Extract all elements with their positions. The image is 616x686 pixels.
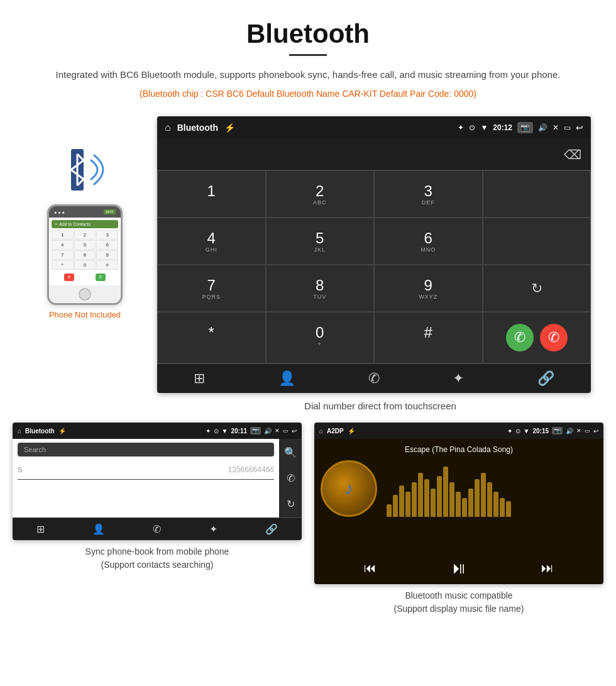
viz-bar bbox=[399, 485, 404, 517]
nav-phone-icon[interactable]: ✆ bbox=[368, 370, 380, 387]
dial-key-6[interactable]: 6MNO bbox=[374, 218, 483, 265]
pb-win-icon[interactable]: ▭ bbox=[283, 428, 289, 434]
phone-screen: +Add to Contacts 1 2 3 4 5 6 7 8 9 * 0 # bbox=[49, 218, 121, 285]
phone-key-0[interactable]: 0 bbox=[74, 260, 96, 270]
prev-track-button[interactable]: ⏮ bbox=[364, 561, 377, 575]
dialpad-display: ⌫ bbox=[157, 139, 591, 170]
pb-app-name: Bluetooth bbox=[25, 428, 55, 434]
mu-bt-icon: ✦ bbox=[507, 428, 512, 434]
phone-key-6[interactable]: 6 bbox=[96, 240, 118, 250]
pb-nav-bt-icon[interactable]: ✦ bbox=[209, 523, 217, 535]
pb-vol-icon[interactable]: 🔊 bbox=[264, 428, 272, 434]
pb-nav-phone-icon[interactable]: ✆ bbox=[153, 523, 161, 535]
pb-close-icon[interactable]: ✕ bbox=[275, 428, 280, 434]
pb-nav-link-icon[interactable]: 🔗 bbox=[265, 523, 278, 535]
phone-key-star[interactable]: * bbox=[52, 260, 74, 270]
search-side-icon[interactable]: 🔍 bbox=[284, 446, 297, 458]
mu-home-icon[interactable]: ⌂ bbox=[319, 428, 323, 434]
phone-key-hash[interactable]: # bbox=[96, 260, 118, 270]
music-body: ♪ bbox=[321, 460, 597, 517]
viz-bar bbox=[468, 489, 473, 517]
phone-key-8[interactable]: 8 bbox=[74, 250, 96, 260]
nav-person-icon[interactable]: 👤 bbox=[278, 370, 295, 387]
dial-key-hash[interactable]: # bbox=[374, 312, 483, 363]
green-call-button[interactable]: ✆ bbox=[506, 324, 534, 351]
dial-key-8[interactable]: 8TUV bbox=[266, 265, 375, 312]
phonebook-item[interactable]: S Seicane 13566664466 bbox=[18, 460, 274, 480]
mu-cam-icon[interactable]: 📷 bbox=[552, 427, 563, 434]
mu-app-name: A2DP bbox=[327, 428, 344, 434]
reload-side-icon[interactable]: ↻ bbox=[287, 498, 295, 510]
home-icon[interactable]: ⌂ bbox=[165, 122, 171, 133]
dial-key-7[interactable]: 7PQRS bbox=[157, 265, 266, 312]
play-pause-button[interactable]: ⏯ bbox=[451, 558, 467, 578]
phone-key-3[interactable]: 3 bbox=[96, 230, 118, 240]
music-screen-wrapper: ⌂ A2DP ⚡ ✦ ⊙ ▼ 20:15 📷 🔊 ✕ ▭ ↩ bbox=[314, 423, 603, 618]
mu-back-icon[interactable]: ↩ bbox=[593, 428, 598, 434]
phone-not-included-label: Phone Not Included bbox=[49, 310, 121, 319]
nav-link-icon[interactable]: 🔗 bbox=[537, 370, 554, 387]
main-statusbar: ⌂ Bluetooth ⚡ ✦ ⊙ ▼ 20:12 📷 🔊 ✕ ▭ ↩ bbox=[157, 116, 591, 139]
music-content: Escape (The Pina Colada Song) ♪ bbox=[314, 439, 603, 552]
phone-key-2[interactable]: 2 bbox=[74, 230, 96, 240]
search-bar[interactable]: Search bbox=[18, 443, 274, 456]
dial-key-star[interactable]: * bbox=[157, 312, 266, 363]
viz-bar bbox=[393, 495, 398, 517]
nav-grid-icon[interactable]: ⊞ bbox=[194, 370, 205, 387]
phone-key-5[interactable]: 5 bbox=[74, 240, 96, 250]
bluetooth-status-icon: ✦ bbox=[458, 123, 464, 132]
phone-key-1[interactable]: 1 bbox=[52, 230, 74, 240]
bluetooth-illustration bbox=[57, 141, 113, 198]
phone-key-4[interactable]: 4 bbox=[52, 240, 74, 250]
viz-bar bbox=[387, 504, 392, 517]
mu-time: 20:15 bbox=[532, 428, 549, 434]
song-title: Escape (The Pina Colada Song) bbox=[405, 445, 513, 454]
pb-back-icon[interactable]: ↩ bbox=[292, 428, 297, 434]
next-track-button[interactable]: ⏭ bbox=[541, 561, 554, 575]
volume-icon[interactable]: 🔊 bbox=[538, 123, 547, 132]
red-end-call-button[interactable]: ✆ bbox=[540, 324, 568, 351]
window-icon[interactable]: ▭ bbox=[564, 123, 571, 132]
dial-key-0[interactable]: 0+ bbox=[266, 312, 375, 363]
phone-key-7[interactable]: 7 bbox=[52, 250, 74, 260]
backspace-button[interactable]: ⌫ bbox=[564, 147, 581, 162]
phone-area: ●●● MYF +Add to Contacts 1 2 3 4 5 6 7 8… bbox=[13, 116, 157, 319]
dialpad-grid: 1 2ABC 3DEF 4GHI 5JKL 6MNO 7PQRS 8TUV 9W… bbox=[157, 170, 591, 363]
mu-win-icon[interactable]: ▭ bbox=[585, 428, 590, 434]
viz-bar bbox=[475, 479, 480, 517]
phone-contact-bar: +Add to Contacts bbox=[52, 220, 118, 228]
viz-bar bbox=[437, 476, 442, 517]
viz-bar bbox=[462, 498, 467, 517]
pb-nav-person-icon[interactable]: 👤 bbox=[92, 523, 105, 535]
phone-key-9[interactable]: 9 bbox=[96, 250, 118, 260]
pb-nav-grid-icon[interactable]: ⊞ bbox=[36, 523, 45, 535]
contact-letter: S bbox=[18, 466, 25, 473]
camera-icon-btn[interactable]: 📷 bbox=[517, 122, 533, 133]
close-icon[interactable]: ✕ bbox=[553, 123, 559, 132]
viz-bar bbox=[418, 473, 423, 517]
nav-bluetooth-icon[interactable]: ✦ bbox=[453, 370, 464, 387]
pb-usb-icon: ⚡ bbox=[58, 428, 66, 434]
phone-home-button[interactable] bbox=[79, 288, 91, 301]
app-name-label: Bluetooth bbox=[177, 123, 218, 133]
pb-home-icon[interactable]: ⌂ bbox=[18, 428, 21, 434]
mu-close-icon[interactable]: ✕ bbox=[576, 428, 581, 434]
title-divider bbox=[289, 54, 327, 56]
dial-key-1[interactable]: 1 bbox=[157, 170, 266, 218]
pb-cam-icon[interactable]: 📷 bbox=[250, 427, 261, 434]
dial-key-9[interactable]: 9WXYZ bbox=[374, 265, 483, 312]
dial-key-2[interactable]: 2ABC bbox=[266, 170, 375, 218]
back-icon[interactable]: ↩ bbox=[576, 123, 583, 133]
viz-bar bbox=[500, 498, 505, 517]
bottom-screens: ⌂ Bluetooth ⚡ ✦ ⊙ ▼ 20:11 📷 🔊 ✕ ▭ ↩ bbox=[0, 423, 616, 631]
mu-wifi-icon: ▼ bbox=[524, 428, 530, 434]
album-art: ♪ bbox=[321, 460, 377, 517]
dial-key-5[interactable]: 5JKL bbox=[266, 218, 375, 265]
android-navbar: ⊞ 👤 ✆ ✦ 🔗 bbox=[157, 363, 591, 393]
mu-vol-icon[interactable]: 🔊 bbox=[566, 428, 573, 434]
dial-key-4[interactable]: 4GHI bbox=[157, 218, 266, 265]
reload-button[interactable]: ↻ bbox=[483, 265, 591, 312]
phone-side-icon[interactable]: ✆ bbox=[287, 472, 295, 484]
music-note-icon: ♪ bbox=[344, 479, 353, 499]
dial-key-3[interactable]: 3DEF bbox=[374, 170, 483, 218]
